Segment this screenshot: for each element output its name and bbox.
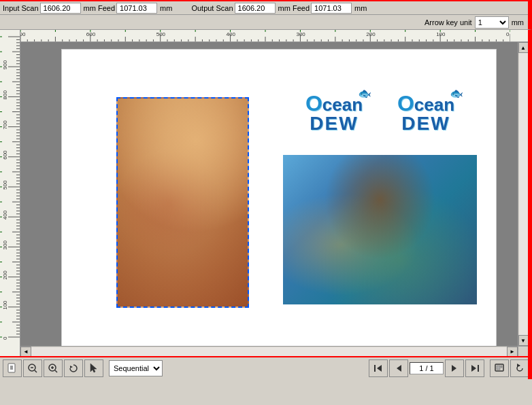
canvas-wrapper: 🐟 Ocean DEW 🐟 Ocean DEW bbox=[20, 30, 528, 356]
v-scroll-track[interactable] bbox=[519, 53, 528, 335]
scroll-down-arrow[interactable]: ▼ bbox=[518, 335, 529, 346]
zoom-in-button[interactable] bbox=[44, 359, 63, 377]
h-scroll-track[interactable] bbox=[31, 347, 507, 356]
first-page-icon bbox=[373, 363, 384, 374]
cursor-icon bbox=[88, 363, 99, 374]
output-feed-label: Feed bbox=[293, 4, 310, 12]
output-section: Output Scan 1606.20 mm Feed 1071.03 mm bbox=[191, 3, 367, 14]
scroll-left-arrow[interactable]: ◄ bbox=[20, 347, 31, 357]
fit-icon bbox=[494, 363, 505, 374]
arrow-key-unit: mm bbox=[512, 18, 524, 27]
output-feed-unit: mm bbox=[354, 4, 367, 12]
logo-area: 🐟 Ocean DEW 🐟 Ocean DEW bbox=[280, 77, 480, 148]
main-area-marker bbox=[528, 30, 532, 356]
first-page-button[interactable] bbox=[369, 359, 388, 377]
last-page-icon bbox=[469, 363, 480, 374]
zoom-in-icon bbox=[48, 363, 59, 374]
page-navigation: 1 / 1 bbox=[369, 359, 484, 377]
arrow-key-select[interactable]: 1 0.5 2 5 10 bbox=[475, 16, 509, 29]
arrow-key-label: Arrow key unit bbox=[425, 18, 472, 27]
horizontal-scrollbar[interactable]: ◄ ► bbox=[20, 346, 518, 356]
input-scan-unit: mm bbox=[84, 4, 96, 12]
output-scan-value: 1606.20 bbox=[235, 3, 276, 14]
svg-line-6 bbox=[35, 370, 37, 372]
output-scan-label: Scan bbox=[216, 4, 233, 12]
svg-line-10 bbox=[55, 370, 57, 372]
svg-rect-21 bbox=[501, 366, 502, 368]
scroll-right-arrow[interactable]: ► bbox=[507, 347, 518, 357]
svg-marker-11 bbox=[70, 366, 73, 368]
fit-button[interactable] bbox=[490, 359, 509, 377]
horizontal-ruler bbox=[20, 30, 528, 42]
image-woman-hat[interactable] bbox=[283, 155, 477, 304]
svg-marker-14 bbox=[377, 365, 382, 372]
wave-icon-2: 🐟 bbox=[450, 87, 463, 100]
output-scan-unit: mm bbox=[278, 4, 290, 12]
input-feed-label: Feed bbox=[98, 4, 115, 12]
scan-label: Scan bbox=[22, 4, 39, 12]
rotate-icon bbox=[68, 363, 79, 374]
canvas-scroll[interactable]: 🐟 Ocean DEW 🐟 Ocean DEW bbox=[20, 42, 528, 356]
zoom-out-button[interactable] bbox=[23, 359, 42, 377]
input-label: Input bbox=[3, 4, 19, 12]
zoom-out-icon bbox=[27, 363, 38, 374]
canvas-inner: 🐟 Ocean DEW 🐟 Ocean DEW bbox=[20, 42, 518, 346]
input-feed-value: 1071.03 bbox=[116, 3, 157, 14]
undo-icon bbox=[514, 363, 525, 374]
info-bar: Input Scan 1606.20 mm Feed 1071.03 mm Ou… bbox=[0, 0, 532, 15]
bottom-marker bbox=[528, 357, 532, 379]
svg-marker-16 bbox=[452, 365, 456, 372]
last-page-button[interactable] bbox=[465, 359, 484, 377]
input-feed-unit: mm bbox=[160, 4, 172, 12]
image-woman-hand[interactable] bbox=[116, 97, 249, 308]
output-label: Output bbox=[191, 4, 214, 12]
prev-page-icon bbox=[393, 363, 404, 374]
svg-rect-17 bbox=[478, 365, 479, 372]
logo-2: 🐟 Ocean DEW bbox=[384, 92, 469, 133]
svg-marker-18 bbox=[471, 365, 476, 372]
svg-marker-15 bbox=[397, 365, 401, 372]
row1-marker bbox=[528, 1, 532, 16]
next-page-button[interactable] bbox=[445, 359, 464, 377]
svg-rect-20 bbox=[497, 366, 500, 370]
next-page-icon bbox=[449, 363, 460, 374]
scroll-up-arrow[interactable]: ▲ bbox=[518, 42, 529, 53]
new-icon bbox=[7, 363, 18, 374]
page-info: 1 / 1 bbox=[410, 362, 444, 374]
page-canvas: 🐟 Ocean DEW 🐟 Ocean DEW bbox=[61, 49, 497, 346]
svg-marker-12 bbox=[90, 364, 97, 372]
cursor-button[interactable] bbox=[84, 359, 103, 377]
logo1-dew: DEW bbox=[292, 114, 377, 133]
bottom-toolbar: Sequential Alternating Mirror 1 / 1 bbox=[0, 356, 532, 379]
wave-icon-1: 🐟 bbox=[358, 87, 371, 100]
scroll-corner bbox=[518, 346, 528, 356]
input-section: Input Scan 1606.20 mm Feed 1071.03 mm bbox=[3, 3, 172, 14]
rotate-button[interactable] bbox=[64, 359, 83, 377]
prev-page-button[interactable] bbox=[389, 359, 408, 377]
arrow-key-bar: Arrow key unit 1 0.5 2 5 10 mm bbox=[0, 15, 532, 30]
main-area: 🐟 Ocean DEW 🐟 Ocean DEW bbox=[0, 30, 532, 356]
svg-marker-22 bbox=[517, 364, 520, 367]
output-feed-value: 1071.03 bbox=[311, 3, 352, 14]
layout-select[interactable]: Sequential Alternating Mirror bbox=[109, 360, 163, 376]
logo2-dew: DEW bbox=[384, 114, 469, 133]
svg-rect-13 bbox=[374, 365, 376, 372]
undo-button[interactable] bbox=[510, 359, 529, 377]
new-button[interactable] bbox=[3, 359, 22, 377]
vertical-scrollbar[interactable]: ▲ ▼ bbox=[518, 42, 528, 346]
vertical-ruler bbox=[0, 30, 20, 356]
hat-image-overlay bbox=[283, 155, 477, 304]
hand-overlay bbox=[118, 99, 248, 306]
logo-1: 🐟 Ocean DEW bbox=[292, 92, 377, 133]
input-scan-value: 1606.20 bbox=[40, 3, 81, 14]
